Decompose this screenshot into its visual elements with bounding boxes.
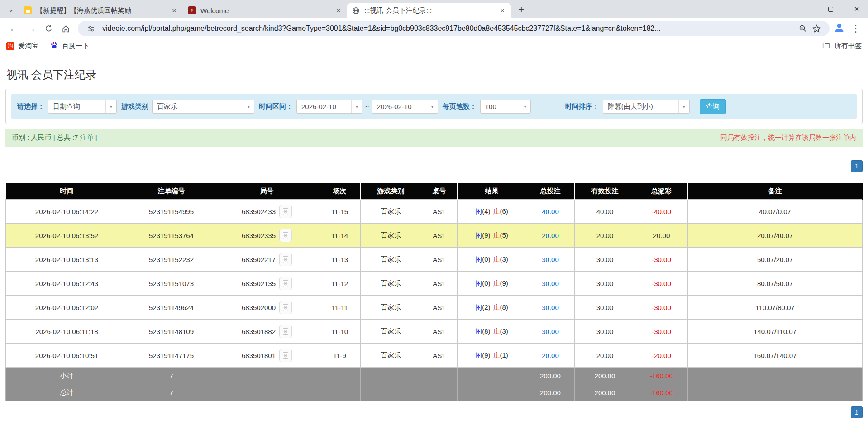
time-range-label: 时间区间： [259,102,293,111]
cell-total-bet-link[interactable]: 30.00 [526,248,575,272]
result-player: 闲 [475,207,482,215]
caret-down-icon: ▾ [105,100,116,113]
search-button[interactable]: 查询 [700,99,726,114]
bookmark-taobao[interactable]: 淘 爱淘宝 [6,42,38,50]
cell-game-type: 百家乐 [361,248,421,272]
address-bar[interactable]: videoie.com/ipl/portal.php/game/betrecor… [78,21,830,36]
date-from-value: 2026-02-10 [301,103,348,110]
cell-total-bet-link[interactable]: 20.00 [526,224,575,248]
all-bookmarks[interactable]: 所有书签 [815,42,862,51]
caret-down-icon: ▾ [520,100,530,113]
column-header: 结果 [458,183,526,200]
video-replay-button[interactable] [279,325,292,338]
tab-search-chevron-icon[interactable]: ⌄ [5,3,17,16]
pagination-bottom: 1 [5,406,863,418]
video-replay-button[interactable] [279,349,292,362]
cell-bet-id: 523191149624 [128,296,215,320]
query-type-value: 日期查询 [53,102,102,111]
query-type-select[interactable]: 日期查询 ▾ [48,100,117,114]
cell-payout: 20.00 [635,224,688,248]
cell-payout: -30.00 [635,272,688,296]
round-number: 683502433 [242,208,276,215]
range-separator: ~ [365,103,369,110]
tab-3-active[interactable]: :::视讯 会员下注纪录::: ✕ [347,3,511,18]
cell-bet-id: 523191151073 [128,272,215,296]
home-icon[interactable] [57,20,74,37]
video-replay-button[interactable] [279,277,292,290]
cell-remark: 110.07/80.07 [688,296,863,320]
result-banker: 庄 [493,351,500,359]
globe-icon [352,6,360,14]
bookmark-star-icon[interactable] [810,22,823,35]
tab-2[interactable]: ❖ Welcome ✕ [183,3,347,18]
result-banker: 庄 [493,231,500,239]
result-banker: 庄 [493,255,500,263]
url-text[interactable]: videoie.com/ipl/portal.php/game/betrecor… [102,24,796,33]
video-replay-button[interactable] [279,301,292,314]
video-replay-button[interactable] [279,229,292,242]
result-banker-score: (6) [500,207,508,215]
close-button[interactable]: ✕ [849,2,864,16]
tab-title: 【新提醒】【海燕优质回帖奖励 [36,6,167,15]
divider [815,42,815,51]
cell-table-no: AS1 [421,248,458,272]
cell-result: 闲(4)庄(6) [458,200,526,224]
page-size-value: 100 [485,103,516,110]
result-player: 闲 [475,255,482,263]
cell-table-no: AS1 [421,344,458,368]
round-number: 683502217 [242,256,276,263]
cell-session: 11-10 [319,320,361,344]
cell-total-bet-link[interactable]: 30.00 [526,320,575,344]
zoom-out-icon[interactable] [796,22,810,35]
filter-panel: 请选择： 日期查询 ▾ 游戏类别 百家乐 ▾ 时间区间： 2026-02-10 … [5,89,863,124]
cell-result: 闲(8)庄(3) [458,320,526,344]
currency-summary: 币别 : 人民币 | 总共 :7 注单 | [12,134,97,142]
sort-select[interactable]: 降冪(由大到小) ▾ [603,100,690,114]
forward-icon[interactable]: → [23,20,40,37]
minimize-button[interactable]: — [796,2,812,16]
game-type-select[interactable]: 百家乐 ▾ [152,100,254,114]
summary-payout: -160.00 [635,384,688,401]
cell-valid-bet: 30.00 [575,248,635,272]
cell-result: 闲(2)庄(8) [458,296,526,320]
back-icon[interactable]: ← [5,20,23,37]
maximize-button[interactable] [823,2,838,16]
cell-total-bet-link[interactable]: 30.00 [526,296,575,320]
cell-valid-bet: 30.00 [575,272,635,296]
cell-round: 683502217 [215,248,319,272]
cell-remark: 140.07/110.07 [688,320,863,344]
tab-close-icon[interactable]: ✕ [334,6,343,14]
cell-total-bet-link[interactable]: 20.00 [526,344,575,368]
new-tab-button[interactable]: + [515,3,528,16]
page-size-label: 每页笔数： [443,102,477,111]
date-from-picker[interactable]: 2026-02-10 ▾ [296,100,362,114]
cell-remark: 80.07/50.07 [688,272,863,296]
cell-payout: -30.00 [635,296,688,320]
cell-remark: 20.07/40.07 [688,224,863,248]
bookmark-baidu[interactable]: 百度一下 [50,41,89,51]
cell-payout: -30.00 [635,248,688,272]
site-info-icon[interactable] [84,22,98,35]
page-1-button[interactable]: 1 [851,406,863,418]
cell-bet-id: 523191148109 [128,320,215,344]
cell-round: 683502335 [215,224,319,248]
caret-down-icon: ▾ [678,100,689,113]
menu-kebab-icon[interactable]: ⋮ [850,20,862,37]
page-size-select[interactable]: 100 ▾ [480,100,531,114]
cell-total-bet-link[interactable]: 30.00 [526,272,575,296]
cell-valid-bet: 40.00 [575,200,635,224]
reload-icon[interactable] [40,20,57,37]
video-replay-button[interactable] [279,205,292,218]
tab-close-icon[interactable]: ✕ [170,6,178,14]
video-replay-button[interactable] [279,253,292,266]
cell-total-bet-link[interactable]: 40.00 [526,200,575,224]
cell-time: 2026-02-10 06:11:18 [6,320,128,344]
summary-valid-bet: 200.00 [575,368,635,384]
profile-avatar[interactable] [833,22,845,36]
select-type-label: 请选择： [17,102,44,111]
tab-1[interactable]: 【新提醒】【海燕优质回帖奖励 ✕ [19,3,183,18]
summary-total-bet: 200.00 [526,384,575,401]
tab-close-icon[interactable]: ✕ [498,6,506,14]
date-to-picker[interactable]: 2026-02-10 ▾ [372,100,438,114]
page-1-button[interactable]: 1 [851,160,863,172]
